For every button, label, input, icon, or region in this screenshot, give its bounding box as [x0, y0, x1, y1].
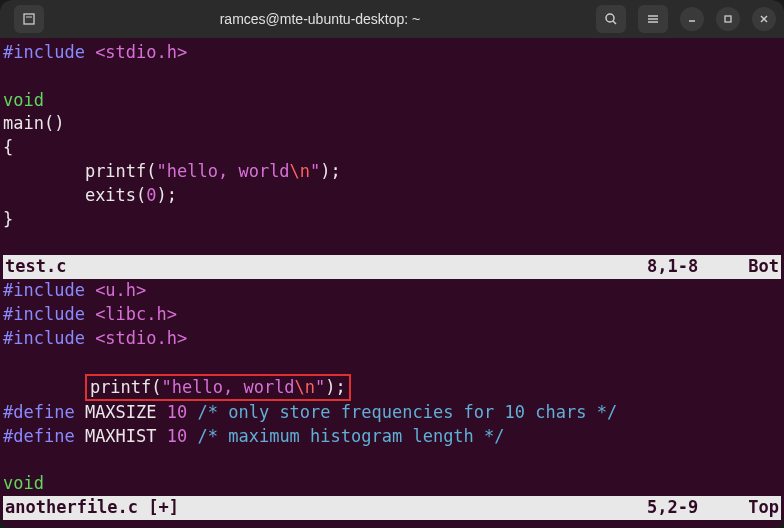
- code-line: {: [3, 136, 781, 160]
- code-line: #include <stdio.h>: [3, 327, 781, 351]
- code-line: printf("hello, world\n");: [3, 160, 781, 184]
- svg-rect-8: [725, 16, 731, 22]
- code-line: void: [3, 89, 781, 113]
- status-filename: test.c: [5, 255, 66, 279]
- exits-call: exits(: [85, 185, 146, 205]
- vim-statusbar-bottom: anotherfile.c [+] 5,2-9 Top: [3, 496, 781, 520]
- string-literal: ": [310, 161, 320, 181]
- escape-seq: \n: [295, 377, 315, 397]
- include-keyword: #include: [3, 304, 85, 324]
- header-path: <stdio.h>: [85, 42, 187, 62]
- code-line: void: [3, 472, 781, 496]
- void-keyword: void: [3, 473, 44, 493]
- macro-name: MAXSIZE: [75, 402, 167, 422]
- titlebar-left: [8, 5, 44, 33]
- number-literal: 0: [146, 185, 156, 205]
- code-line: #define MAXSIZE 10 /* only store frequen…: [3, 401, 781, 425]
- number-literal: 10: [167, 426, 187, 446]
- search-button[interactable]: [596, 5, 626, 33]
- macro-name: MAXHIST: [75, 426, 167, 446]
- svg-line-3: [613, 21, 616, 24]
- void-keyword: void: [3, 90, 44, 110]
- status-filename: anotherfile.c [+]: [5, 496, 179, 520]
- new-tab-button[interactable]: [14, 5, 44, 33]
- menu-button[interactable]: [638, 5, 668, 33]
- status-position: 8,1-8: [647, 255, 698, 279]
- close-button[interactable]: [752, 7, 776, 31]
- svg-rect-0: [24, 14, 34, 24]
- status-position: 5,2-9: [647, 496, 698, 520]
- close-brace: }: [3, 209, 13, 229]
- comment: /* maximum histogram length */: [187, 426, 504, 446]
- define-keyword: #define: [3, 426, 75, 446]
- maximize-button[interactable]: [716, 7, 740, 31]
- window-titlebar: ramces@mte-ubuntu-desktop: ~: [0, 0, 784, 38]
- printf-call: printf(: [85, 161, 157, 181]
- include-keyword: #include: [3, 328, 85, 348]
- code-line: main(): [3, 112, 781, 136]
- highlighted-text: printf("hello, world\n");: [85, 374, 351, 400]
- code-line: }: [3, 208, 781, 232]
- main-signature: main(): [3, 113, 64, 133]
- include-keyword: #include: [3, 42, 85, 62]
- include-keyword: #include: [3, 280, 85, 300]
- code-line: #define MAXHIST 10 /* maximum histogram …: [3, 425, 781, 449]
- code-line: #include <libc.h>: [3, 303, 781, 327]
- string-literal: "hello, world: [162, 377, 295, 397]
- header-path: <u.h>: [85, 280, 146, 300]
- string-literal: ": [315, 377, 325, 397]
- comment: /* only store frequencies for 10 chars *…: [187, 402, 617, 422]
- blank-line: [3, 448, 781, 472]
- header-path: <stdio.h>: [85, 328, 187, 348]
- code-line: #include <stdio.h>: [3, 41, 781, 65]
- vim-statusbar-top: test.c 8,1-8 Bot: [3, 255, 781, 279]
- code-line: exits(0);: [3, 184, 781, 208]
- code-line: #include <u.h>: [3, 279, 781, 303]
- svg-point-2: [606, 14, 614, 22]
- status-location: Top: [748, 496, 779, 520]
- string-literal: "hello, world: [157, 161, 290, 181]
- titlebar-buttons: [596, 5, 776, 33]
- status-location: Bot: [748, 255, 779, 279]
- blank-line: [3, 231, 781, 255]
- minimize-button[interactable]: [680, 7, 704, 31]
- escape-seq: \n: [290, 161, 310, 181]
- number-literal: 10: [167, 402, 187, 422]
- define-keyword: #define: [3, 402, 75, 422]
- blank-line: [3, 65, 781, 89]
- window-title: ramces@mte-ubuntu-desktop: ~: [44, 11, 596, 27]
- blank-line: [3, 351, 781, 375]
- open-brace: {: [3, 137, 13, 157]
- printf-call: printf(: [90, 377, 162, 397]
- terminal-area[interactable]: #include <stdio.h> void main() { printf(…: [0, 38, 784, 528]
- code-line: printf("hello, world\n");: [3, 374, 781, 400]
- header-path: <libc.h>: [85, 304, 177, 324]
